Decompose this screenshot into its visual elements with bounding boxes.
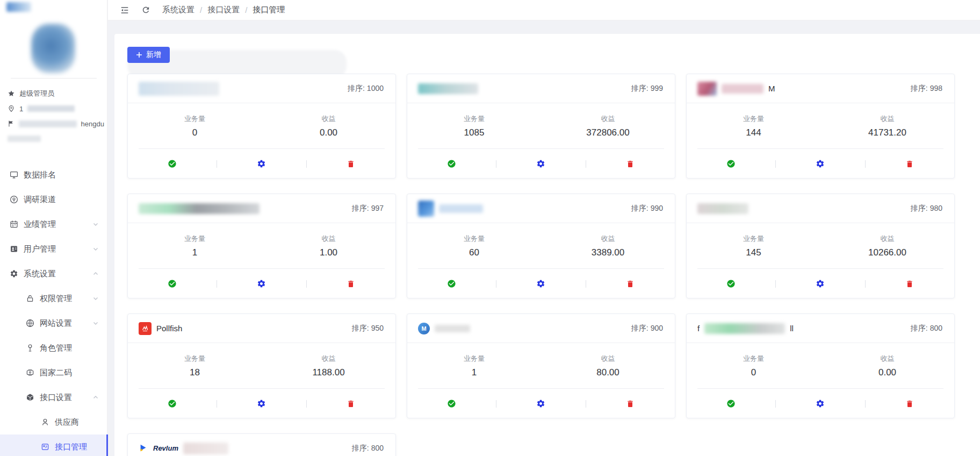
provider-card: 排序: 997 业务量1 收益1.00	[127, 194, 396, 298]
revenue-stat: 收益3389.00	[541, 234, 675, 258]
provider-name	[418, 83, 478, 94]
provider-name-suffix: M	[768, 84, 775, 93]
configure-button[interactable]	[776, 279, 864, 288]
enable-button[interactable]	[128, 279, 217, 288]
sidebar-item-api-management[interactable]: 接口管理	[0, 434, 107, 456]
card-stats: 业务量0 收益0.00	[128, 103, 395, 148]
breadcrumb-item-system-settings[interactable]: 系统设置	[162, 5, 194, 15]
globe-icon	[26, 319, 34, 327]
chevron-down-icon	[92, 320, 99, 326]
page: 超级管理员 1 hengdu 数据排名 调研渠道	[0, 0, 980, 456]
sidebar-item-roles[interactable]: 角色管理	[0, 336, 107, 360]
revenue-value: 1.00	[262, 247, 395, 258]
check-circle-icon	[168, 279, 177, 288]
sidebar-item-api-settings[interactable]: 接口设置	[0, 385, 107, 410]
delete-button[interactable]	[586, 400, 675, 408]
configure-button[interactable]	[776, 399, 864, 408]
refresh-button[interactable]	[141, 5, 150, 15]
delete-button[interactable]	[307, 280, 395, 288]
flag-icon	[8, 120, 15, 127]
enable-button[interactable]	[128, 399, 217, 408]
enable-button[interactable]	[407, 279, 496, 288]
revenue-value: 10266.00	[820, 247, 954, 258]
delete-button[interactable]	[307, 160, 395, 168]
provider-name: M	[418, 323, 470, 334]
provider-card: 排序: 990 业务量60 收益3389.00	[407, 194, 675, 298]
sidebar-item-data-ranking[interactable]: 数据排名	[0, 162, 107, 187]
sidebar-item-system-settings[interactable]: 系统设置	[0, 261, 107, 286]
sidebar-item-label: 调研渠道	[24, 195, 56, 205]
volume-stat: 业务量60	[407, 234, 541, 258]
user-role: 超级管理员	[19, 89, 54, 98]
card-stats: 业务量1 收益1.00	[128, 223, 395, 268]
enable-button[interactable]	[407, 159, 496, 168]
sidebar-item-label: 权限管理	[40, 294, 72, 304]
configure-button[interactable]	[776, 159, 864, 168]
revenue-label: 收益	[820, 114, 954, 124]
volume-label: 业务量	[407, 354, 541, 364]
revlum-logo	[139, 444, 148, 453]
revenue-stat: 收益1188.00	[262, 354, 395, 378]
sidebar-item-performance[interactable]: 业绩管理	[0, 212, 107, 237]
volume-stat: 业务量1	[407, 354, 541, 378]
topbar: 系统设置 / 接口设置 / 接口管理	[108, 0, 980, 20]
configure-button[interactable]	[496, 399, 585, 408]
revenue-value: 41731.20	[820, 127, 954, 138]
enable-button[interactable]	[128, 159, 217, 168]
configure-button[interactable]	[217, 159, 306, 168]
enable-button[interactable]	[687, 159, 775, 168]
sidebar-item-website-settings[interactable]: 网站设置	[0, 311, 107, 336]
sidebar-item-survey-channel[interactable]: 调研渠道	[0, 187, 107, 212]
sort-value: 排序: 997	[352, 204, 384, 213]
delete-button[interactable]	[866, 280, 954, 288]
configure-button[interactable]	[496, 279, 585, 288]
volume-label: 业务量	[128, 234, 262, 244]
user-location-prefix: 1	[19, 105, 23, 113]
blurred-provider-name	[435, 325, 470, 332]
enable-button[interactable]	[407, 399, 496, 408]
provider-card: M 排序: 900 业务量1 收益80.00	[407, 314, 675, 418]
sidebar-item-label: 系统设置	[24, 269, 56, 279]
card-stats: 业务量18 收益1188.00	[128, 343, 395, 388]
sidebar-item-users[interactable]: 用户管理	[0, 237, 107, 261]
configure-button[interactable]	[496, 159, 585, 168]
delete-button[interactable]	[866, 160, 954, 168]
user-flag-row: hengdu	[8, 116, 104, 131]
configure-button[interactable]	[217, 279, 306, 288]
user-extra-row	[8, 131, 104, 146]
blurred-provider-name	[183, 443, 228, 454]
enable-button[interactable]	[687, 279, 775, 288]
configure-button[interactable]	[217, 399, 306, 408]
logo-letter: M	[421, 325, 426, 332]
provider-name-prefix: f	[697, 324, 700, 333]
revenue-stat: 收益80.00	[541, 354, 675, 378]
blurred-extra	[8, 136, 41, 142]
breadcrumb-item-api-settings[interactable]: 接口设置	[207, 5, 240, 15]
sidebar-item-country-codes[interactable]: 国家二码	[0, 360, 107, 385]
sort-value: 排序: 800	[911, 324, 942, 333]
delete-button[interactable]	[307, 400, 395, 408]
cube-icon	[26, 393, 34, 402]
sort-value: 排序: 998	[911, 84, 942, 94]
sidebar-item-suppliers[interactable]: 供应商	[0, 410, 107, 434]
app-logo	[6, 2, 31, 12]
enable-button[interactable]	[687, 399, 775, 408]
sidebar-item-label: 网站设置	[40, 318, 72, 329]
sidebar-item-permissions[interactable]: 权限管理	[0, 286, 107, 311]
revenue-value: 1188.00	[262, 367, 395, 378]
trash-icon	[626, 280, 635, 288]
revenue-stat: 收益0.00	[820, 354, 954, 378]
delete-button[interactable]	[586, 280, 675, 288]
volume-value: 0	[687, 367, 820, 378]
gear-icon	[536, 159, 545, 168]
location-pin-icon	[8, 105, 15, 112]
delete-button[interactable]	[586, 160, 675, 168]
provider-card: 排序: 999 业务量1085 收益372806.00	[407, 74, 675, 179]
collapse-sidebar-button[interactable]	[120, 5, 129, 15]
add-button[interactable]: 新增	[127, 47, 170, 63]
delete-button[interactable]	[866, 400, 954, 408]
breadcrumb-separator: /	[200, 5, 202, 15]
volume-value: 18	[128, 367, 262, 378]
trash-icon	[905, 160, 914, 168]
card-stats: 业务量1085 收益372806.00	[407, 103, 675, 148]
